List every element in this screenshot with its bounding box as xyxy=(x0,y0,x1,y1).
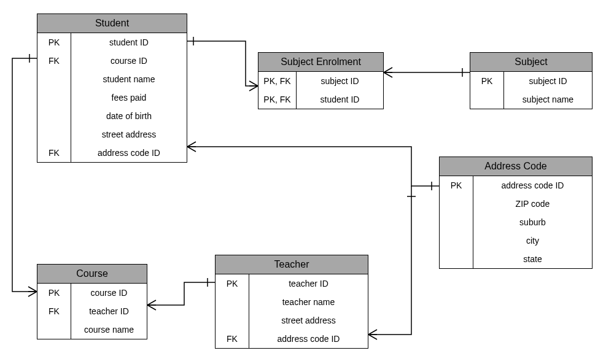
table-row: suburb xyxy=(440,213,592,231)
table-row: date of birth xyxy=(37,107,187,125)
attr-cell: course name xyxy=(71,320,147,339)
attr-cell: course ID xyxy=(71,52,187,70)
attr-cell: fees paid xyxy=(71,88,187,107)
attr-cell: course ID xyxy=(71,284,147,302)
key-cell: PK xyxy=(440,176,473,195)
entity-title: Subject xyxy=(470,53,592,72)
attr-cell: subject ID xyxy=(504,72,592,90)
key-cell: PK, FK xyxy=(258,90,297,109)
attr-cell: address code ID xyxy=(249,330,368,348)
key-cell xyxy=(470,90,504,109)
attr-cell: subject name xyxy=(504,90,592,109)
table-row: FKaddress code ID xyxy=(37,144,187,162)
attr-cell: student ID xyxy=(297,90,383,109)
key-cell xyxy=(440,213,473,231)
table-row: course name xyxy=(37,320,147,339)
attr-cell: teacher ID xyxy=(249,274,368,293)
entity-title: Teacher xyxy=(216,255,368,274)
attr-cell: city xyxy=(473,231,592,250)
entity-title: Address Code xyxy=(440,157,592,176)
entity-title: Course xyxy=(37,265,147,284)
entity-course: Course PKcourse ID FKteacher ID course n… xyxy=(37,264,147,339)
attr-cell: street address xyxy=(249,311,368,330)
key-cell xyxy=(440,231,473,250)
table-row: state xyxy=(440,250,592,268)
key-cell: FK xyxy=(216,330,249,348)
attr-cell: state xyxy=(473,250,592,268)
attr-cell: teacher ID xyxy=(71,302,147,320)
table-row: FKaddress code ID xyxy=(216,330,368,348)
entity-title: Subject Enrolment xyxy=(258,53,383,72)
table-row: student name xyxy=(37,70,187,88)
table-row: street address xyxy=(37,125,187,144)
attr-cell: subject ID xyxy=(297,72,383,90)
key-cell xyxy=(440,250,473,268)
entity-teacher: Teacher PKteacher ID teacher name street… xyxy=(215,255,368,349)
attr-cell: ZIP code xyxy=(473,195,592,213)
key-cell: FK xyxy=(37,144,71,162)
table-row: PKteacher ID xyxy=(216,274,368,293)
table-row: city xyxy=(440,231,592,250)
attr-cell: suburb xyxy=(473,213,592,231)
table-row: ZIP code xyxy=(440,195,592,213)
entity-subject: Subject PKsubject ID subject name xyxy=(470,52,593,109)
table-row: PK, FKstudent ID xyxy=(258,90,383,109)
table-row: PK, FKsubject ID xyxy=(258,72,383,90)
table-row: PKstudent ID xyxy=(37,33,187,52)
key-cell xyxy=(440,195,473,213)
key-cell xyxy=(216,311,249,330)
table-row: subject name xyxy=(470,90,592,109)
table-row: FKcourse ID xyxy=(37,52,187,70)
key-cell: PK xyxy=(37,284,71,302)
key-cell: PK xyxy=(37,33,71,52)
attr-cell: student name xyxy=(71,70,187,88)
key-cell: PK xyxy=(470,72,504,90)
key-cell: PK xyxy=(216,274,249,293)
attr-cell: address code ID xyxy=(71,144,187,162)
attr-cell: date of birth xyxy=(71,107,187,125)
entity-address-code: Address Code PKaddress code ID ZIP code … xyxy=(439,157,593,269)
key-cell xyxy=(37,107,71,125)
attr-cell: street address xyxy=(71,125,187,144)
table-row: street address xyxy=(216,311,368,330)
key-cell xyxy=(37,125,71,144)
attr-cell: student ID xyxy=(71,33,187,52)
key-cell: FK xyxy=(37,52,71,70)
table-row: PKcourse ID xyxy=(37,284,147,302)
attr-cell: teacher name xyxy=(249,293,368,311)
table-row: fees paid xyxy=(37,88,187,107)
table-row: PKsubject ID xyxy=(470,72,592,90)
table-row: teacher name xyxy=(216,293,368,311)
table-row: PKaddress code ID xyxy=(440,176,592,195)
key-cell: PK, FK xyxy=(258,72,297,90)
entity-title: Student xyxy=(37,14,187,33)
attr-cell: address code ID xyxy=(473,176,592,195)
key-cell xyxy=(37,320,71,339)
table-row: FKteacher ID xyxy=(37,302,147,320)
entity-student: Student PKstudent ID FKcourse ID student… xyxy=(37,14,187,163)
entity-subject-enrolment: Subject Enrolment PK, FKsubject ID PK, F… xyxy=(258,52,384,109)
key-cell xyxy=(37,70,71,88)
key-cell: FK xyxy=(37,302,71,320)
key-cell xyxy=(37,88,71,107)
key-cell xyxy=(216,293,249,311)
